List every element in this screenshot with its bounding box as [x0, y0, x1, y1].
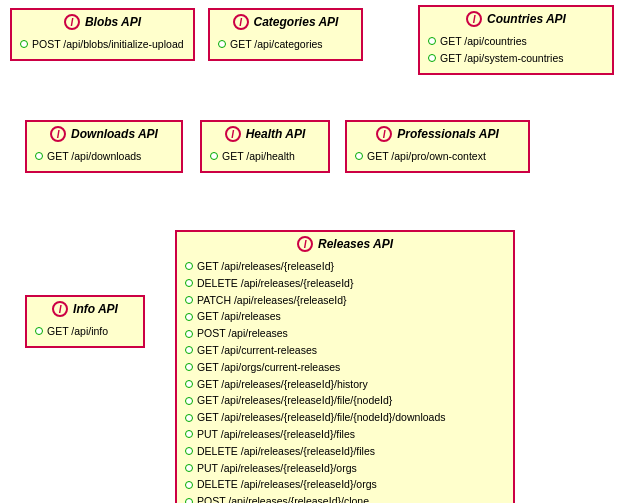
endpoint-dot	[355, 152, 363, 160]
api-endpoint: DELETE /api/releases/{releaseId}/orgs	[185, 476, 505, 493]
api-header-blobs: IBlobs API	[12, 10, 193, 34]
api-icon-blobs: I	[64, 14, 80, 30]
api-icon-info: I	[52, 301, 68, 317]
api-icon-health: I	[225, 126, 241, 142]
api-body-health: GET /api/health	[202, 146, 328, 171]
api-endpoint: GET /api/releases/{releaseId}/file/{node…	[185, 409, 505, 426]
api-endpoint: GET /api/orgs/current-releases	[185, 359, 505, 376]
api-title-info: Info API	[73, 302, 118, 316]
api-endpoint: POST /api/releases	[185, 325, 505, 342]
api-header-health: IHealth API	[202, 122, 328, 146]
api-header-downloads: IDownloads API	[27, 122, 181, 146]
api-endpoint: GET /api/countries	[428, 33, 604, 50]
endpoint-text: GET /api/orgs/current-releases	[197, 359, 340, 376]
api-endpoint: PATCH /api/releases/{releaseId}	[185, 292, 505, 309]
api-body-professionals: GET /api/pro/own-context	[347, 146, 528, 171]
api-box-downloads: IDownloads APIGET /api/downloads	[25, 120, 183, 173]
endpoint-dot	[185, 430, 193, 438]
endpoint-dot	[185, 363, 193, 371]
api-endpoint: GET /api/releases/{releaseId}/history	[185, 376, 505, 393]
endpoint-text: GET /api/health	[222, 148, 295, 165]
endpoint-dot	[185, 447, 193, 455]
endpoint-text: DELETE /api/releases/{releaseId}/files	[197, 443, 375, 460]
api-title-downloads: Downloads API	[71, 127, 158, 141]
endpoint-text: POST /api/releases/{releaseId}/clone	[197, 493, 369, 503]
api-title-health: Health API	[246, 127, 306, 141]
endpoint-dot	[185, 498, 193, 503]
endpoint-text: GET /api/system-countries	[440, 50, 564, 67]
api-header-countries: ICountries API	[420, 7, 612, 31]
api-box-countries: ICountries APIGET /api/countriesGET /api…	[418, 5, 614, 75]
api-endpoint: DELETE /api/releases/{releaseId}	[185, 275, 505, 292]
endpoint-text: POST /api/blobs/initialize-upload	[32, 36, 184, 53]
api-header-releases: IReleases API	[177, 232, 513, 256]
endpoint-dot	[185, 279, 193, 287]
api-title-countries: Countries API	[487, 12, 566, 26]
endpoint-dot	[185, 414, 193, 422]
api-endpoint: POST /api/releases/{releaseId}/clone	[185, 493, 505, 503]
api-title-releases: Releases API	[318, 237, 393, 251]
endpoint-dot	[185, 481, 193, 489]
api-endpoint: GET /api/releases/{releaseId}/file/{node…	[185, 392, 505, 409]
endpoint-dot	[185, 262, 193, 270]
endpoint-text: GET /api/downloads	[47, 148, 141, 165]
api-icon-professionals: I	[376, 126, 392, 142]
api-header-professionals: IProfessionals API	[347, 122, 528, 146]
endpoint-dot	[35, 327, 43, 335]
api-box-health: IHealth APIGET /api/health	[200, 120, 330, 173]
api-endpoint: GET /api/releases	[185, 308, 505, 325]
endpoint-text: GET /api/releases	[197, 308, 281, 325]
endpoint-text: GET /api/pro/own-context	[367, 148, 486, 165]
api-box-professionals: IProfessionals APIGET /api/pro/own-conte…	[345, 120, 530, 173]
endpoint-dot	[185, 397, 193, 405]
endpoint-dot	[185, 313, 193, 321]
endpoint-text: GET /api/current-releases	[197, 342, 317, 359]
api-icon-categories: I	[233, 14, 249, 30]
endpoint-dot	[210, 152, 218, 160]
endpoint-dot	[428, 37, 436, 45]
api-title-professionals: Professionals API	[397, 127, 499, 141]
api-box-info: IInfo APIGET /api/info	[25, 295, 145, 348]
api-endpoint: PUT /api/releases/{releaseId}/files	[185, 426, 505, 443]
api-body-blobs: POST /api/blobs/initialize-upload	[12, 34, 193, 59]
api-endpoint: GET /api/categories	[218, 36, 353, 53]
endpoint-text: DELETE /api/releases/{releaseId}/orgs	[197, 476, 377, 493]
api-endpoint: PUT /api/releases/{releaseId}/orgs	[185, 460, 505, 477]
api-endpoint: GET /api/info	[35, 323, 135, 340]
endpoint-text: PATCH /api/releases/{releaseId}	[197, 292, 347, 309]
endpoint-dot	[428, 54, 436, 62]
api-endpoint: GET /api/releases/{releaseId}	[185, 258, 505, 275]
api-endpoint: GET /api/pro/own-context	[355, 148, 520, 165]
api-body-releases: GET /api/releases/{releaseId}DELETE /api…	[177, 256, 513, 503]
api-icon-countries: I	[466, 11, 482, 27]
endpoint-dot	[185, 296, 193, 304]
api-title-blobs: Blobs API	[85, 15, 141, 29]
endpoint-text: GET /api/countries	[440, 33, 527, 50]
endpoint-dot	[218, 40, 226, 48]
api-body-downloads: GET /api/downloads	[27, 146, 181, 171]
api-box-blobs: IBlobs APIPOST /api/blobs/initialize-upl…	[10, 8, 195, 61]
endpoint-text: PUT /api/releases/{releaseId}/files	[197, 426, 355, 443]
api-body-countries: GET /api/countriesGET /api/system-countr…	[420, 31, 612, 73]
api-icon-downloads: I	[50, 126, 66, 142]
endpoint-text: GET /api/releases/{releaseId}	[197, 258, 334, 275]
endpoint-dot	[185, 346, 193, 354]
api-header-categories: ICategories API	[210, 10, 361, 34]
endpoint-text: GET /api/releases/{releaseId}/file/{node…	[197, 409, 445, 426]
endpoint-text: POST /api/releases	[197, 325, 288, 342]
endpoint-dot	[20, 40, 28, 48]
api-box-releases: IReleases APIGET /api/releases/{releaseI…	[175, 230, 515, 503]
endpoint-dot	[185, 464, 193, 472]
api-endpoint: DELETE /api/releases/{releaseId}/files	[185, 443, 505, 460]
endpoint-text: GET /api/categories	[230, 36, 323, 53]
api-header-info: IInfo API	[27, 297, 143, 321]
api-endpoint: GET /api/health	[210, 148, 320, 165]
api-endpoint: POST /api/blobs/initialize-upload	[20, 36, 185, 53]
endpoint-dot	[185, 380, 193, 388]
endpoint-text: GET /api/releases/{releaseId}/file/{node…	[197, 392, 392, 409]
api-endpoint: GET /api/current-releases	[185, 342, 505, 359]
endpoint-dot	[185, 330, 193, 338]
api-body-info: GET /api/info	[27, 321, 143, 346]
api-icon-releases: I	[297, 236, 313, 252]
api-endpoint: GET /api/downloads	[35, 148, 173, 165]
